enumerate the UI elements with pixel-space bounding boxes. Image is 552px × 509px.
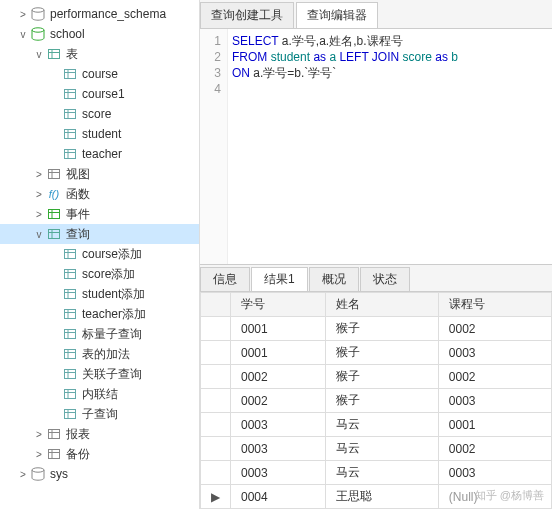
table-row[interactable]: 0002猴子0002 bbox=[201, 365, 552, 389]
result-tab[interactable]: 信息 bbox=[200, 267, 250, 291]
cell[interactable]: 0003 bbox=[438, 461, 551, 485]
table-row[interactable]: 0003马云0001 bbox=[201, 413, 552, 437]
svg-rect-41 bbox=[65, 330, 76, 339]
query-scalar-sub[interactable]: 标量子查询 bbox=[0, 324, 199, 344]
query-inner-join[interactable]: 内联结 bbox=[0, 384, 199, 404]
sql-code[interactable]: SELECT a.学号,a.姓名,b.课程号FROM student as a … bbox=[228, 29, 462, 264]
table-row[interactable]: 0003马云0003 bbox=[201, 461, 552, 485]
cell[interactable]: 猴子 bbox=[325, 365, 438, 389]
expander-icon[interactable]: > bbox=[16, 469, 30, 480]
expander-icon[interactable]: v bbox=[32, 49, 46, 60]
expander-icon[interactable]: v bbox=[32, 229, 46, 240]
expander-icon[interactable]: > bbox=[32, 209, 46, 220]
tree-label: 内联结 bbox=[82, 386, 118, 403]
table-row[interactable]: 0002猴子0003 bbox=[201, 389, 552, 413]
results-grid[interactable]: 学号姓名课程号0001猴子00020001猴子00030002猴子0002000… bbox=[200, 292, 552, 509]
cell[interactable]: 马云 bbox=[325, 461, 438, 485]
folder-tables[interactable]: v表 bbox=[0, 44, 199, 64]
tree-label: 事件 bbox=[66, 206, 90, 223]
cell[interactable]: 0001 bbox=[231, 341, 326, 365]
editor-tab[interactable]: 查询编辑器 bbox=[296, 2, 378, 28]
database-tree[interactable]: >performance_schemavschoolv表coursecourse… bbox=[0, 0, 200, 509]
expander-icon[interactable]: > bbox=[32, 169, 46, 180]
expander-icon[interactable]: > bbox=[16, 9, 30, 20]
svg-rect-35 bbox=[65, 290, 76, 299]
expander-icon[interactable]: > bbox=[32, 429, 46, 440]
tree-label: 标量子查询 bbox=[82, 326, 142, 343]
svg-rect-32 bbox=[65, 270, 76, 279]
db-green-icon bbox=[30, 26, 46, 42]
editor-tab[interactable]: 查询创建工具 bbox=[200, 2, 294, 28]
code-line[interactable]: ON a.学号=b.`学号` bbox=[232, 65, 458, 81]
folder-views[interactable]: >视图 bbox=[0, 164, 199, 184]
result-tab[interactable]: 概况 bbox=[309, 267, 359, 291]
expander-icon[interactable]: v bbox=[16, 29, 30, 40]
code-line[interactable]: FROM student as a LEFT JOIN score as b bbox=[232, 49, 458, 65]
table-course[interactable]: course bbox=[0, 64, 199, 84]
sql-editor[interactable]: 1234 SELECT a.学号,a.姓名,b.课程号FROM student … bbox=[200, 29, 552, 264]
query-course-add[interactable]: course添加 bbox=[0, 244, 199, 264]
table-row[interactable]: 0001猴子0002 bbox=[201, 317, 552, 341]
table-score[interactable]: score bbox=[0, 104, 199, 124]
row-pointer bbox=[201, 341, 231, 365]
folder-table-icon bbox=[46, 46, 62, 62]
cell[interactable]: 马云 bbox=[325, 437, 438, 461]
code-line[interactable] bbox=[232, 81, 458, 97]
folder-events[interactable]: >事件 bbox=[0, 204, 199, 224]
query-score-add[interactable]: score添加 bbox=[0, 264, 199, 284]
result-tab[interactable]: 状态 bbox=[360, 267, 410, 291]
cell[interactable]: 0003 bbox=[438, 341, 551, 365]
svg-point-62 bbox=[32, 468, 44, 472]
column-header[interactable]: 学号 bbox=[231, 293, 326, 317]
line-number: 2 bbox=[200, 49, 221, 65]
sql-icon bbox=[62, 286, 78, 302]
db-sys[interactable]: >sys bbox=[0, 464, 199, 484]
query-correlated-sub[interactable]: 关联子查询 bbox=[0, 364, 199, 384]
query-subquery[interactable]: 子查询 bbox=[0, 404, 199, 424]
cell[interactable]: 0003 bbox=[231, 461, 326, 485]
column-header[interactable]: 课程号 bbox=[438, 293, 551, 317]
cell[interactable]: 猴子 bbox=[325, 341, 438, 365]
query-table-add[interactable]: 表的加法 bbox=[0, 344, 199, 364]
cell[interactable]: 0002 bbox=[438, 365, 551, 389]
db-school[interactable]: vschool bbox=[0, 24, 199, 44]
table-student[interactable]: student bbox=[0, 124, 199, 144]
sql-icon bbox=[62, 246, 78, 262]
line-number: 1 bbox=[200, 33, 221, 49]
sql-icon bbox=[62, 326, 78, 342]
code-line[interactable]: SELECT a.学号,a.姓名,b.课程号 bbox=[232, 33, 458, 49]
cell[interactable]: 0002 bbox=[438, 437, 551, 461]
row-pointer: ▶ bbox=[201, 485, 231, 509]
tree-label: 查询 bbox=[66, 226, 90, 243]
query-student-add[interactable]: student添加 bbox=[0, 284, 199, 304]
expander-icon[interactable]: > bbox=[32, 189, 46, 200]
tree-label: course添加 bbox=[82, 246, 142, 263]
expander-icon[interactable]: > bbox=[32, 449, 46, 460]
cell[interactable]: 0002 bbox=[231, 365, 326, 389]
cell[interactable]: 马云 bbox=[325, 413, 438, 437]
cell[interactable]: 0003 bbox=[231, 437, 326, 461]
query-teacher-add[interactable]: teacher添加 bbox=[0, 304, 199, 324]
folder-backup[interactable]: >备份 bbox=[0, 444, 199, 464]
line-gutter: 1234 bbox=[200, 29, 228, 264]
cell[interactable]: 0001 bbox=[231, 317, 326, 341]
db-performance-schema[interactable]: >performance_schema bbox=[0, 4, 199, 24]
folder-reports[interactable]: >报表 bbox=[0, 424, 199, 444]
cell[interactable]: 0004 bbox=[231, 485, 326, 509]
cell[interactable]: 0003 bbox=[438, 389, 551, 413]
table-row[interactable]: 0001猴子0003 bbox=[201, 341, 552, 365]
cell[interactable]: 0002 bbox=[438, 317, 551, 341]
cell[interactable]: 猴子 bbox=[325, 389, 438, 413]
folder-functions[interactable]: >f()函数 bbox=[0, 184, 199, 204]
table-teacher[interactable]: teacher bbox=[0, 144, 199, 164]
cell[interactable]: 0002 bbox=[231, 389, 326, 413]
column-header[interactable]: 姓名 bbox=[325, 293, 438, 317]
folder-queries[interactable]: v查询 bbox=[0, 224, 199, 244]
cell[interactable]: 猴子 bbox=[325, 317, 438, 341]
result-tab[interactable]: 结果1 bbox=[251, 267, 308, 291]
cell[interactable]: 0001 bbox=[438, 413, 551, 437]
table-row[interactable]: 0003马云0002 bbox=[201, 437, 552, 461]
cell[interactable]: 0003 bbox=[231, 413, 326, 437]
cell[interactable]: 王思聪 bbox=[325, 485, 438, 509]
table-course1[interactable]: course1 bbox=[0, 84, 199, 104]
